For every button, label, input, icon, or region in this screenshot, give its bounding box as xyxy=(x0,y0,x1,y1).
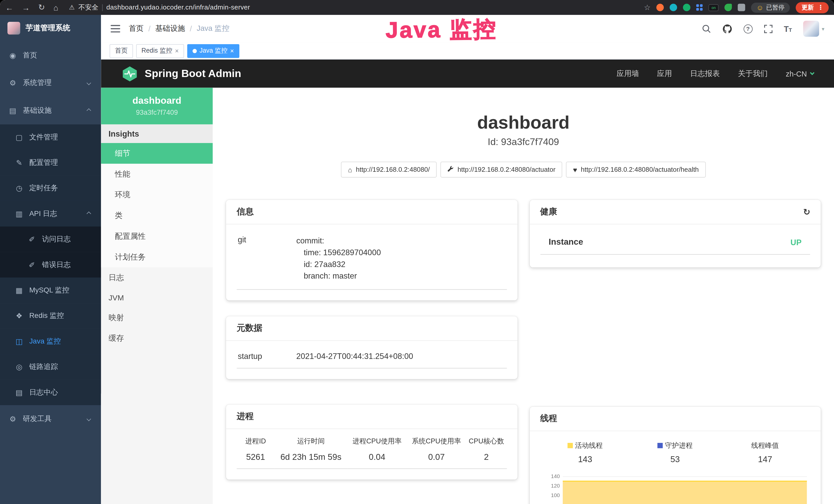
sba-item-config-props[interactable]: 配置属性 xyxy=(101,226,213,247)
tools-icon: ⚙ xyxy=(8,415,17,423)
sidebar-item-infrastructure[interactable]: ▤ 基础设施 xyxy=(0,97,101,124)
sidebar-item-file-management[interactable]: ▢ 文件管理 xyxy=(0,124,101,150)
paused-badge[interactable]: ☺ 已暂停 xyxy=(751,2,790,12)
hamburger-icon[interactable] xyxy=(111,25,120,32)
fullscreen-icon[interactable] xyxy=(764,24,773,33)
chevron-up-icon xyxy=(87,108,91,113)
extension-icon[interactable] xyxy=(657,4,664,11)
extension-icon[interactable] xyxy=(670,4,677,11)
sidebar-item-dev-tools[interactable]: ⚙ 研发工具 xyxy=(0,405,101,433)
avatar[interactable] xyxy=(803,21,819,37)
process-pid: 5261 xyxy=(237,448,275,469)
extension-icon[interactable] xyxy=(683,4,690,11)
sidebar-item-label: 基础设施 xyxy=(23,106,52,115)
sidebar-item-home[interactable]: ◉ 首页 xyxy=(0,42,101,69)
actuator-url-button[interactable]: http://192.168.0.2:48080/actuator xyxy=(440,162,563,178)
sba-navbar: Spring Boot Admin 应用墙 应用 日志报表 关于我们 zh-CN xyxy=(101,60,834,88)
health-url-button[interactable]: ♥ http://192.168.0.2:48080/actuator/heal… xyxy=(566,162,706,178)
sba-nav-journal[interactable]: 日志报表 xyxy=(690,69,720,78)
home-icon[interactable]: ⌂ xyxy=(53,3,58,12)
chevron-down-icon: ▾ xyxy=(822,26,824,31)
kebab-menu-icon[interactable]: ⋮ xyxy=(817,4,824,11)
sidebar-item-config-management[interactable]: ✎ 配置管理 xyxy=(0,150,101,175)
sba-nav-wallboard[interactable]: 应用墙 xyxy=(617,69,639,78)
sba-item-logs[interactable]: 日志 xyxy=(101,268,213,288)
database-icon: ▦ xyxy=(15,286,23,295)
app-logo[interactable]: 芋道管理系统 xyxy=(0,15,101,42)
threads-card: 线程 活动线程 xyxy=(529,407,821,504)
sba-item-mappings[interactable]: 映射 xyxy=(101,307,213,328)
update-button[interactable]: 更新 ⋮ xyxy=(796,2,829,13)
y-tick: 120 xyxy=(548,481,560,491)
process-table-values: 5261 6d 23h 15m 59s 0.04 0.07 2 xyxy=(237,448,507,469)
extensions-puzzle-icon[interactable] xyxy=(738,4,745,11)
sba-item-caches[interactable]: 缓存 xyxy=(101,328,213,349)
sba-item-scheduled-tasks[interactable]: 计划任务 xyxy=(101,247,213,268)
sba-item-details[interactable]: 细节 xyxy=(101,143,213,164)
breadcrumb-infrastructure[interactable]: 基础设施 xyxy=(155,24,185,33)
help-icon[interactable]: ? xyxy=(743,24,752,33)
sba-brand[interactable]: Spring Boot Admin xyxy=(121,65,241,82)
github-icon[interactable] xyxy=(722,24,732,33)
actuator-url-label: http://192.168.0.2:48080/actuator xyxy=(458,166,555,173)
sidebar-item-log-center[interactable]: ▤ 日志中心 xyxy=(0,380,101,405)
chevron-down-icon xyxy=(810,71,814,75)
sidebar-item-error-logs[interactable]: ✐ 错误日志 xyxy=(0,252,101,278)
locale-select[interactable]: zh-CN xyxy=(786,69,814,78)
sidebar-item-mysql-monitor[interactable]: ▦ MySQL 监控 xyxy=(0,278,101,303)
user-menu[interactable]: ▾ xyxy=(803,21,825,37)
document-icon: ✐ xyxy=(28,260,36,269)
bookmark-star-icon[interactable]: ☆ xyxy=(644,3,651,12)
app-sidebar: 芋道管理系统 ◉ 首页 ⚙ 系统管理 ▤ 基础设施 ▢ 文件管理 ✎ xyxy=(0,15,101,504)
spring-boot-admin-logo xyxy=(121,65,138,82)
tab-redis-monitor[interactable]: Redis 监控 × xyxy=(136,44,184,58)
sidebar-item-java-monitor[interactable]: ◫ Java 监控 xyxy=(0,329,101,354)
back-icon[interactable]: ← xyxy=(5,3,13,12)
sba-nav-about[interactable]: 关于我们 xyxy=(738,69,768,78)
sba-item-jvm[interactable]: JVM xyxy=(101,288,213,307)
sidebar-item-label: 首页 xyxy=(23,51,37,60)
chevron-down-icon xyxy=(87,417,91,421)
close-icon[interactable]: × xyxy=(175,47,179,54)
active-threads-value: 143 xyxy=(540,455,630,464)
sba-item-metrics[interactable]: 性能 xyxy=(101,164,213,185)
breadcrumb-home[interactable]: 首页 xyxy=(129,24,144,33)
sba-nav-applications[interactable]: 应用 xyxy=(657,69,672,78)
instance-header[interactable]: dashboard 93a3fc7f7409 xyxy=(101,88,213,124)
sba-item-environment[interactable]: 环境 xyxy=(101,185,213,205)
log-icon: ▥ xyxy=(15,209,23,218)
git-commit-time: time: 1596289704000 xyxy=(296,247,381,258)
sidebar-item-access-logs[interactable]: ✐ 访问日志 xyxy=(0,226,101,252)
git-branch: branch: master xyxy=(296,270,381,282)
git-commit-label: commit: xyxy=(296,235,381,247)
tab-label: 首页 xyxy=(115,46,128,55)
sidebar-item-label: API 日志 xyxy=(29,209,57,219)
close-icon[interactable]: × xyxy=(230,47,234,54)
app-title: 芋道管理系统 xyxy=(25,23,70,33)
sidebar-item-system-management[interactable]: ⚙ 系统管理 xyxy=(0,69,101,97)
sidebar-item-redis-monitor[interactable]: ❖ Redis 监控 xyxy=(0,303,101,328)
tab-home[interactable]: 首页 xyxy=(110,44,133,58)
sba-item-classes[interactable]: 类 xyxy=(101,205,213,226)
history-icon[interactable]: ↺ xyxy=(803,207,810,217)
reload-icon[interactable]: ↻ xyxy=(38,3,45,12)
sidebar-item-scheduled-tasks[interactable]: ◷ 定时任务 xyxy=(0,175,101,201)
y-tick: 100 xyxy=(548,491,560,500)
address-bar[interactable]: ⚠ 不安全 dashboard.yudao.iocoder.cn/infra/a… xyxy=(69,3,250,12)
leaf-extension-icon[interactable] xyxy=(725,4,732,11)
switch-on-extension-icon[interactable]: on xyxy=(709,4,719,11)
sidebar-item-link-tracing[interactable]: ◎ 链路追踪 xyxy=(0,354,101,380)
breadcrumb-separator: / xyxy=(190,24,192,33)
health-instance-row[interactable]: Instance UP xyxy=(540,230,810,255)
tab-java-monitor[interactable]: Java 监控 × xyxy=(187,44,239,58)
forward-icon[interactable]: → xyxy=(22,3,30,12)
sidebar-item-api-logs[interactable]: ▥ API 日志 xyxy=(0,201,101,226)
eye-icon: ◎ xyxy=(15,363,23,371)
instance-url-button[interactable]: ⌂ http://192.168.0.2:48080/ xyxy=(341,162,437,178)
infrastructure-icon: ▤ xyxy=(8,106,17,115)
font-size-icon[interactable]: TT xyxy=(784,25,792,32)
breadcrumb: 首页 / 基础设施 / Java 监控 xyxy=(129,24,229,33)
extension-grid-icon[interactable] xyxy=(696,4,703,11)
search-icon[interactable] xyxy=(701,24,711,33)
url-text[interactable]: dashboard.yudao.iocoder.cn/infra/admin-s… xyxy=(106,4,250,11)
